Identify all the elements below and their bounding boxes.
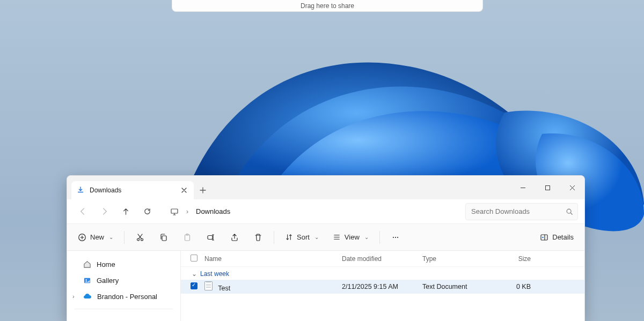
chevron-down-icon: ⌄ [109, 234, 113, 240]
chevron-down-icon: ⌄ [192, 270, 197, 278]
tab-downloads[interactable]: Downloads [71, 181, 194, 199]
sidebar-item-onedrive-personal[interactable]: › Brandon - Personal [67, 288, 180, 304]
separator [379, 231, 380, 244]
column-headers[interactable]: Name Date modified Type Size [181, 251, 584, 267]
sidebar-label: Home [97, 260, 115, 268]
close-tab-button[interactable] [180, 186, 188, 195]
file-row[interactable]: Test 2/11/2025 9:15 AM Text Document 0 K… [181, 280, 584, 294]
new-tab-button[interactable] [194, 181, 212, 199]
navigation-pane: Home Gallery › Brandon - Personal [67, 251, 181, 321]
minimize-button[interactable] [510, 176, 535, 199]
chevron-right-icon[interactable]: › [72, 293, 75, 300]
chevron-down-icon: ⌄ [314, 234, 319, 240]
file-explorer-window: Downloads › Downloads [67, 175, 585, 321]
paste-button[interactable] [178, 228, 196, 247]
view-button[interactable]: View ⌄ [328, 228, 373, 247]
back-button[interactable] [74, 203, 92, 221]
column-date[interactable]: Date modified [342, 255, 422, 263]
sort-label: Sort [297, 233, 310, 241]
share-button[interactable] [225, 228, 244, 247]
svg-point-14 [542, 236, 544, 238]
onedrive-icon [83, 293, 92, 300]
search-icon [566, 208, 573, 215]
forward-button[interactable] [95, 203, 113, 221]
file-name: Test [218, 285, 230, 292]
svg-rect-6 [162, 236, 166, 241]
row-checkbox[interactable] [191, 282, 197, 289]
breadcrumb-location: Downloads [196, 207, 230, 215]
file-type: Text Document [422, 283, 493, 290]
separator [124, 231, 125, 244]
share-drop-target[interactable]: Drag here to share [172, 0, 483, 12]
download-icon [77, 186, 84, 194]
cut-button[interactable] [131, 228, 149, 247]
group-label: Last week [200, 270, 229, 278]
svg-rect-13 [541, 235, 547, 240]
svg-point-16 [85, 279, 86, 280]
refresh-button[interactable] [138, 203, 156, 221]
pc-icon [170, 207, 179, 216]
new-button[interactable]: New ⌄ [74, 228, 118, 247]
view-label: View [345, 233, 360, 241]
group-header[interactable]: ⌄ Last week [181, 267, 584, 280]
column-name[interactable]: Name [204, 255, 342, 263]
up-button[interactable] [116, 203, 135, 221]
file-date: 2/11/2025 9:15 AM [342, 283, 422, 290]
svg-rect-7 [185, 235, 190, 241]
details-pane-button[interactable]: Details [536, 228, 578, 247]
breadcrumb[interactable]: › Downloads [167, 207, 462, 216]
separator [274, 231, 274, 244]
svg-point-10 [393, 236, 394, 237]
gallery-icon [83, 277, 91, 285]
chevron-down-icon: ⌄ [364, 234, 369, 240]
search-box[interactable] [465, 203, 578, 220]
copy-button[interactable] [155, 228, 173, 247]
new-label: New [90, 233, 104, 241]
more-button[interactable] [386, 228, 405, 247]
chevron-right-icon: › [186, 208, 188, 215]
select-all-checkbox[interactable] [191, 255, 197, 262]
tab-strip: Downloads [67, 176, 584, 199]
sidebar-label: Gallery [97, 277, 119, 285]
close-window-button[interactable] [560, 176, 584, 199]
window-controls [510, 176, 584, 199]
text-file-icon [204, 281, 213, 290]
maximize-button[interactable] [535, 176, 560, 199]
svg-point-12 [397, 236, 398, 237]
rename-button[interactable] [202, 228, 220, 247]
command-bar: New ⌄ Sort ⌄ View ⌄ Details [67, 224, 584, 251]
file-name-cell: Test [204, 281, 342, 292]
sidebar-item-gallery[interactable]: Gallery [67, 272, 180, 288]
tab-title: Downloads [90, 186, 174, 194]
sidebar-label: Brandon - Personal [97, 293, 157, 301]
search-input[interactable] [471, 207, 561, 215]
file-size: 0 KB [493, 283, 531, 290]
delete-button[interactable] [249, 228, 267, 247]
svg-rect-0 [545, 185, 550, 190]
share-drop-label: Drag here to share [301, 2, 354, 10]
svg-rect-9 [208, 235, 213, 239]
sort-button[interactable]: Sort ⌄ [281, 228, 323, 247]
details-label: Details [552, 233, 574, 241]
separator [75, 309, 173, 309]
svg-rect-1 [171, 209, 178, 213]
column-type[interactable]: Type [422, 255, 493, 263]
column-size[interactable]: Size [493, 255, 531, 263]
file-list-pane: Name Date modified Type Size ⌄ Last week… [181, 251, 584, 321]
content-area: Home Gallery › Brandon - Personal Name D… [67, 251, 584, 321]
svg-point-11 [395, 236, 396, 237]
sidebar-item-home[interactable]: Home [67, 256, 180, 272]
address-bar-row: › Downloads [67, 199, 584, 224]
home-icon [83, 260, 91, 268]
